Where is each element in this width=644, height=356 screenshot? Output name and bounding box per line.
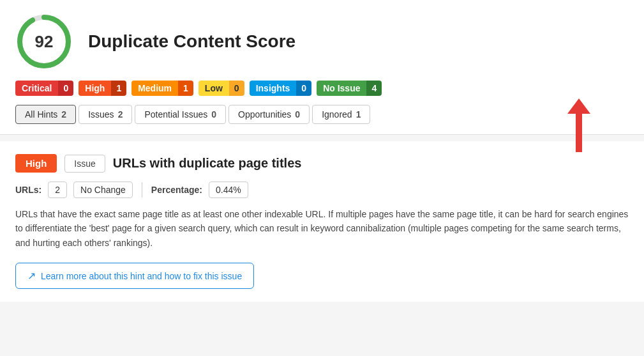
tabs-area: All Hints 2 Issues 2 Potential Issues 0 … (15, 105, 629, 124)
arrow-shaft (576, 114, 582, 152)
tab-opportunities[interactable]: Opportunities 0 (228, 105, 310, 124)
tab-label-opportunities: Opportunities (238, 109, 291, 120)
percentage-label: Percentage: (151, 185, 202, 195)
page-title: Duplicate Content Score (88, 31, 296, 52)
badge-count-critical: 0 (58, 81, 73, 96)
badge-label-insights: Insights (250, 81, 297, 96)
tab-potential-issues[interactable]: Potential Issues 0 (135, 105, 226, 124)
tab-label-issues: Issues (88, 109, 114, 120)
tab-ignored[interactable]: Ignored 1 (312, 105, 370, 124)
badge-low[interactable]: Low 0 (198, 81, 244, 96)
badge-label-critical: Critical (15, 81, 58, 96)
hint-title: URLs with duplicate page titles (113, 156, 302, 171)
badge-medium[interactable]: Medium 1 (131, 81, 193, 96)
learn-more-button[interactable]: ↗ Learn more about this hint and how to … (15, 263, 254, 289)
tab-count-potential-issues: 0 (211, 109, 216, 120)
badge-count-insights: 0 (296, 81, 311, 96)
hint-header: High Issue URLs with duplicate page titl… (15, 154, 629, 173)
badges-row: Critical 0 High 1 Medium 1 Low 0 Insight… (15, 81, 629, 96)
urls-change: No Change (73, 182, 133, 198)
tab-issues[interactable]: Issues 2 (79, 105, 132, 124)
badge-insights[interactable]: Insights 0 (250, 81, 311, 96)
badge-noissue[interactable]: No Issue 4 (317, 81, 382, 96)
badge-count-high: 1 (111, 81, 126, 96)
badge-label-low: Low (198, 81, 229, 96)
tab-count-issues: 2 (118, 109, 123, 120)
urls-label: URLs: (15, 185, 41, 195)
badge-high[interactable]: High 1 (79, 81, 126, 96)
badge-count-low: 0 (229, 81, 244, 96)
type-badge: Issue (64, 155, 105, 173)
badge-label-medium: Medium (131, 81, 178, 96)
tab-count-ignored: 1 (356, 109, 361, 120)
metric-separator (142, 182, 142, 197)
tabs-row: All Hints 2 Issues 2 Potential Issues 0 … (15, 105, 629, 124)
tab-label-all-hints: All Hints (25, 109, 57, 120)
score-donut: 92 (15, 13, 73, 70)
learn-more-label: Learn more about this hint and how to fi… (41, 271, 242, 281)
tab-label-potential-issues: Potential Issues (144, 109, 207, 120)
severity-badge: High (15, 154, 57, 173)
arrow-head (567, 98, 590, 114)
badge-count-medium: 1 (178, 81, 193, 96)
percentage-value: 0.44% (209, 182, 248, 198)
badge-count-noissue: 4 (366, 81, 382, 96)
metrics-row: URLs: 2 No Change Percentage: 0.44% (15, 182, 629, 198)
score-value: 92 (35, 32, 54, 52)
badge-critical[interactable]: Critical 0 (15, 81, 73, 96)
tab-label-ignored: Ignored (322, 109, 352, 120)
badge-label-high: High (79, 81, 111, 96)
badge-label-noissue: No Issue (317, 81, 366, 96)
arrow-indicator (567, 98, 590, 152)
external-link-icon: ↗ (27, 270, 36, 282)
tab-count-opportunities: 0 (295, 109, 300, 120)
tab-count-all-hints: 2 (61, 109, 66, 120)
hint-panel: High Issue URLs with duplicate page titl… (0, 141, 644, 302)
hint-description: URLs that have the exact same page title… (15, 207, 629, 250)
urls-count: 2 (48, 182, 67, 198)
tab-all-hints[interactable]: All Hints 2 (15, 105, 76, 124)
